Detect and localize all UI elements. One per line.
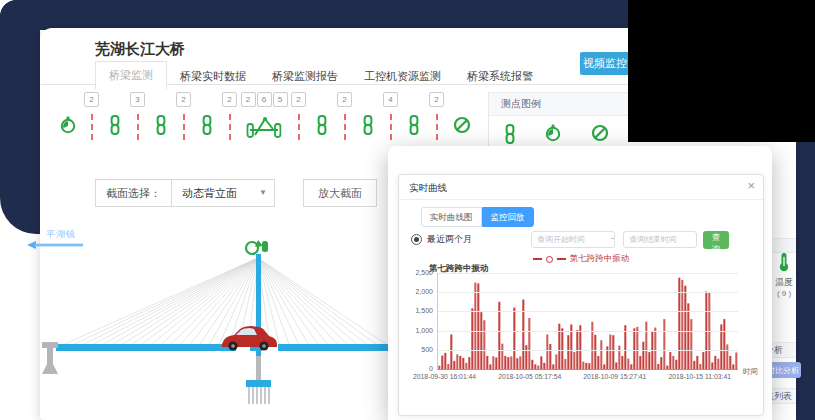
- gridline: [438, 350, 738, 351]
- sensor-count-badge: 2: [291, 92, 306, 107]
- legend-marker: [546, 256, 553, 263]
- bridge-left-pier: [42, 342, 58, 374]
- tab-ipc-resource[interactable]: 工控机资源监测: [351, 63, 454, 90]
- legend-line: [557, 258, 566, 260]
- tab-realtime-curve[interactable]: 实时曲线图: [421, 207, 482, 227]
- chain-sensor-icon[interactable]: [110, 115, 120, 135]
- y-tick-label: 2,000: [403, 288, 433, 295]
- section-select-group: 截面选择： 动态背立面 ▼: [95, 179, 275, 207]
- section-select-row: 截面选择： 动态背立面 ▼ 放大截面: [95, 179, 377, 207]
- sensor-item[interactable]: 2: [425, 92, 448, 142]
- query-button[interactable]: 查询: [703, 231, 729, 249]
- sensor-count-badge: 3: [130, 92, 145, 107]
- legend-item-temperature[interactable]: 温度 ( 9 ): [770, 252, 798, 298]
- sensor-item[interactable]: 265: [241, 92, 287, 142]
- tab-bridge-monitoring[interactable]: 桥梁监测: [95, 61, 167, 90]
- sensor-item[interactable]: [356, 92, 379, 140]
- sensor-item[interactable]: 3: [126, 92, 149, 142]
- sensor-item[interactable]: [56, 92, 80, 140]
- sensor-item[interactable]: 2: [218, 92, 241, 142]
- background-navy-top: [0, 0, 632, 30]
- y-tick-label: 500: [403, 346, 433, 353]
- chain-sensor-icon[interactable]: [409, 115, 419, 135]
- tab-realtime-data[interactable]: 桥梁实时数据: [167, 63, 259, 90]
- section-select-dropdown[interactable]: 动态背立面 ▼: [171, 180, 274, 206]
- chain-sensor-icon[interactable]: [317, 115, 327, 135]
- sensor-count-badge: 2: [337, 92, 352, 107]
- legend-icons-row: [505, 124, 609, 144]
- y-tick-label: 0: [403, 365, 433, 372]
- sensor-count-badge: 6: [257, 92, 272, 107]
- legend-line: [533, 258, 542, 260]
- sensor-item[interactable]: 2: [287, 92, 310, 142]
- legend-label: 第七跨跨中振动: [570, 253, 630, 265]
- tab-system-alarm[interactable]: 桥梁系统报警: [454, 63, 546, 90]
- dashed-marker-line: [91, 114, 93, 140]
- query-start-time-input[interactable]: [531, 231, 615, 248]
- tabbar: 桥梁监测 桥梁实时数据 桥梁监测报告 工控机资源监测 桥梁系统报警: [95, 61, 546, 90]
- sensor-item[interactable]: 2: [172, 92, 195, 142]
- sensor-count-badge: 4: [383, 92, 398, 107]
- x-tick-label: 2018-10-05 05:17:54: [498, 373, 561, 380]
- realtime-curve-modal: 实时曲线 × 实时曲线图 监控回放 最近两个月 - 查询 第七跨跨中振动 第七跨…: [388, 146, 772, 420]
- dashed-marker-line: [436, 114, 438, 140]
- tab-monitoring-report[interactable]: 桥梁监测报告: [259, 63, 351, 90]
- sensor-item[interactable]: [103, 92, 126, 140]
- tower-sensor-icon[interactable]: [246, 115, 282, 139]
- chain-sensor-icon[interactable]: [363, 115, 373, 135]
- dashed-marker-line: [344, 114, 346, 140]
- sensor-item[interactable]: [402, 92, 425, 140]
- legend-panel-header-label: 测点图例: [501, 98, 541, 109]
- bridge-diagram: [22, 236, 394, 412]
- legend-item-temperature-label: 温度: [770, 277, 798, 289]
- bridge-tower-lower: [256, 354, 261, 380]
- dialog-title: 实时曲线: [409, 182, 447, 195]
- dialog-header: 实时曲线 ×: [399, 175, 763, 200]
- recent-two-months-option: 最近两个月: [411, 233, 472, 246]
- chain-sensor-icon[interactable]: [202, 115, 212, 135]
- sensor-count-badge: 2: [84, 92, 99, 107]
- dashed-marker-line: [298, 114, 300, 140]
- close-icon[interactable]: ×: [747, 179, 755, 193]
- radio-button[interactable]: [411, 234, 422, 245]
- sensor-item[interactable]: 4: [379, 92, 402, 142]
- sensor-item[interactable]: [149, 92, 172, 140]
- gridline: [438, 273, 738, 274]
- enlarge-section-button[interactable]: 放大截面: [303, 179, 377, 207]
- sensor-item[interactable]: 2: [80, 92, 103, 142]
- gauge-icon[interactable]: [60, 116, 76, 134]
- legend-item-temperature-count: ( 9 ): [770, 289, 798, 298]
- tower-top-sensor-icon[interactable]: [246, 240, 268, 254]
- chain-sensor-icon[interactable]: [505, 124, 515, 144]
- background-navy-left: [0, 0, 40, 234]
- y-tick-label: 1,000: [403, 327, 433, 334]
- gridline: [438, 292, 738, 293]
- chevron-down-icon: ▼: [259, 180, 267, 206]
- gauge-icon[interactable]: [545, 124, 561, 142]
- sensor-count-badge: 2: [241, 92, 256, 107]
- sensor-item[interactable]: [448, 92, 476, 140]
- video-monitor-button[interactable]: 视频监控: [580, 52, 630, 75]
- ban-icon[interactable]: [453, 116, 471, 134]
- y-tick-label: 1,500: [403, 307, 433, 314]
- black-masked-region: [628, 0, 815, 142]
- page-title: 芜湖长江大桥: [95, 40, 185, 59]
- tab-monitor-playback[interactable]: 监控回放: [482, 207, 534, 227]
- ban-icon[interactable]: [591, 124, 609, 142]
- realtime-curve-dialog: 实时曲线 × 实时曲线图 监控回放 最近两个月 - 查询 第七跨跨中振动 第七跨…: [398, 174, 764, 416]
- sensor-item[interactable]: [195, 92, 218, 140]
- sensor-strip: 2 3 2 2265 2 2 4 2: [56, 92, 476, 142]
- x-tick-label: 2018-10-15 11:03:41: [668, 373, 731, 380]
- chart-plot-area: [437, 273, 738, 370]
- x-axis-title: 时间: [743, 367, 758, 377]
- chart-x-axis: 2018-09-30 16:01:442018-10-05 05:17:5420…: [413, 373, 731, 380]
- x-tick-label: 2018-09-30 16:01:44: [413, 373, 476, 380]
- chart-series-vibration: [438, 273, 738, 369]
- sensor-item[interactable]: 2: [333, 92, 356, 142]
- sensor-count-badge: 2: [176, 92, 191, 107]
- sensor-item[interactable]: [310, 92, 333, 140]
- chain-sensor-icon[interactable]: [156, 115, 166, 135]
- dialog-tab-group: 实时曲线图 监控回放: [421, 207, 534, 227]
- query-end-time-input[interactable]: [623, 231, 697, 248]
- car-image: [222, 326, 277, 351]
